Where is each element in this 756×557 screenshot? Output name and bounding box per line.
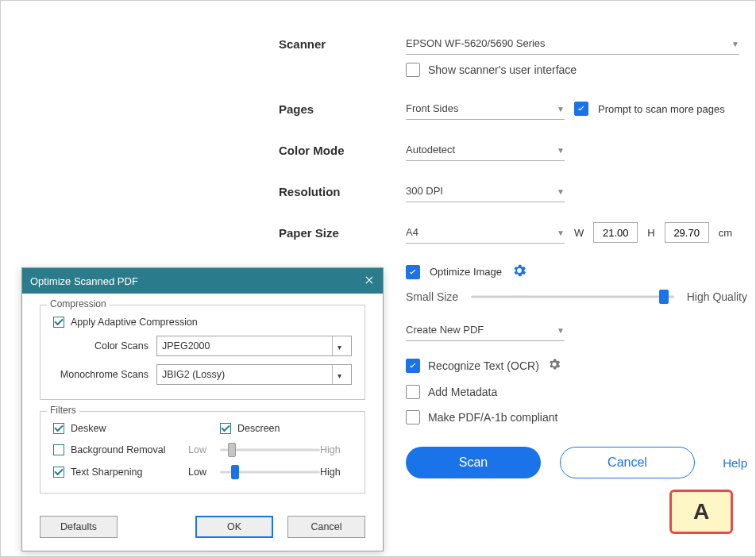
chevron-down-icon: ▼ [557,105,565,113]
scan-button[interactable]: Scan [406,447,541,478]
scanner-label: Scanner [279,37,406,51]
resolution-select[interactable]: 300 DPI ▼ [406,180,565,202]
gear-icon[interactable] [511,263,527,281]
chevron-down-icon: ▼ [557,229,565,237]
adaptive-compression-checkbox[interactable] [53,317,64,328]
dialog-cancel-button[interactable]: Cancel [287,516,365,538]
slider-right-label: High Quality [687,290,747,303]
show-scanner-ui-checkbox[interactable] [406,63,420,77]
mono-scans-label: Monochrome Scans [53,369,148,380]
paper-size-value: A4 [406,226,418,238]
chevron-down-icon: ▼ [557,187,565,196]
scanner-value: EPSON WF-5620/5690 Series [406,37,546,49]
filters-legend: Filters [47,405,79,416]
optimize-image-label: Optimize Image [430,266,502,278]
metadata-label: Add Metadata [428,386,497,398]
scan-settings-window: Scanner EPSON WF-5620/5690 Series ▼ Show… [0,0,756,557]
mono-scans-select[interactable]: JBIG2 (Lossy) ▾ [156,364,352,385]
paper-size-label: Paper Size [279,226,406,240]
text-sharpening-checkbox[interactable] [53,467,64,478]
close-icon[interactable] [364,275,375,288]
pages-value: Front Sides [406,102,458,114]
ocr-label: Recognize Text (OCR) [428,359,539,372]
cancel-button[interactable]: Cancel [560,447,695,478]
scanner-row: Scanner EPSON WF-5620/5690 Series ▼ [279,33,747,55]
output-mode-select[interactable]: Create New PDF ▼ [406,319,565,341]
color-mode-row: Color Mode Autodetect ▼ [279,139,747,161]
defaults-button[interactable]: Defaults [40,516,118,538]
bg-low-label: Low [188,444,220,455]
width-label: W [574,227,584,239]
sharp-high-label: High [320,467,352,478]
pages-label: Pages [279,102,406,116]
adaptive-compression-label: Apply Adaptive Compression [71,317,198,328]
filters-group: Filters Deskew Descreen Background Re [40,411,365,494]
deskew-label: Deskew [71,423,106,434]
paper-size-select[interactable]: A4 ▼ [406,221,565,244]
compression-group: Compression Apply Adaptive Compression C… [40,305,365,400]
color-scans-label: Color Scans [53,340,148,351]
slider-left-label: Small Size [406,290,458,303]
color-mode-value: Autodetect [406,144,455,156]
resolution-row: Resolution 300 DPI ▼ [279,180,747,202]
color-mode-label: Color Mode [279,144,406,157]
chevron-down-icon: ▾ [332,336,346,355]
deskew-checkbox[interactable] [53,423,64,434]
background-removal-slider[interactable] [220,444,320,456]
optimize-dialog: Optimize Scanned PDF Compression Apply A… [21,267,384,551]
quality-slider[interactable] [471,289,674,305]
optimize-image-checkbox[interactable] [406,265,420,279]
pages-row: Pages Front Sides ▼ Prompt to scan more … [279,98,747,120]
background-removal-label: Background Removal [71,444,166,455]
color-mode-select[interactable]: Autodetect ▼ [406,139,565,161]
scanner-select[interactable]: EPSON WF-5620/5690 Series ▼ [406,33,739,55]
pdfa-checkbox[interactable] [406,410,420,424]
show-scanner-ui-label: Show scanner's user interface [428,63,577,76]
background-removal-checkbox[interactable] [53,444,64,455]
chevron-down-icon: ▼ [731,40,739,48]
output-mode-value: Create New PDF [406,324,484,336]
resolution-value: 300 DPI [406,185,443,197]
prompt-more-checkbox[interactable] [574,102,588,116]
chevron-down-icon: ▼ [557,146,565,155]
prompt-more-label: Prompt to scan more pages [598,103,725,115]
dialog-title: Optimize Scanned PDF [30,275,138,287]
ocr-checkbox[interactable] [406,359,420,373]
paper-height-input[interactable] [665,222,709,243]
color-scans-select[interactable]: JPEG2000 ▾ [156,336,352,356]
gear-icon[interactable] [547,357,561,374]
unit-label: cm [719,227,732,239]
annotation-a: A [669,490,733,534]
descreen-label: Descreen [237,423,280,434]
metadata-checkbox[interactable] [406,385,420,399]
sharp-low-label: Low [188,467,220,478]
resolution-label: Resolution [279,185,406,198]
text-sharpening-slider[interactable] [220,466,320,478]
pdfa-label: Make PDF/A-1b compliant [428,411,557,424]
compression-legend: Compression [47,298,110,309]
paper-width-input[interactable] [593,222,638,243]
dialog-titlebar[interactable]: Optimize Scanned PDF [22,268,383,294]
paper-size-row: Paper Size A4 ▼ W H cm [279,221,747,244]
chevron-down-icon: ▾ [332,365,346,384]
pages-select[interactable]: Front Sides ▼ [406,98,565,120]
text-sharpening-label: Text Sharpening [71,467,142,478]
height-label: H [647,227,654,239]
chevron-down-icon: ▼ [557,326,565,335]
help-link[interactable]: Help [723,456,747,470]
descreen-checkbox[interactable] [220,423,231,434]
bg-high-label: High [320,444,352,455]
ok-button[interactable]: OK [195,516,273,538]
